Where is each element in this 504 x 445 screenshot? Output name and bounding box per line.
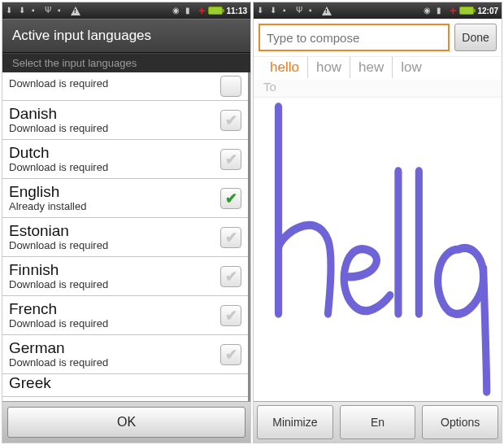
language-row[interactable]: FinnishDownload is required (2, 257, 248, 296)
dialog-subtitle: Select the input languages (2, 53, 250, 72)
suggestion-item[interactable]: hello (262, 57, 308, 78)
language-status: Download is required (9, 123, 108, 134)
status-right: + 12:07 (424, 4, 498, 17)
battery-icon (459, 7, 474, 15)
status-bar: + 11:13 (2, 2, 250, 19)
language-status: Already installed (9, 201, 86, 212)
language-row[interactable]: Greek (2, 374, 248, 397)
language-name: English (9, 184, 86, 201)
status-left (257, 6, 332, 15)
language-name: Greek (9, 375, 51, 392)
language-checkbox[interactable] (220, 188, 241, 209)
plus-icon: + (198, 4, 205, 17)
language-name: Estonian (9, 223, 108, 240)
language-checkbox[interactable] (220, 110, 241, 131)
language-status: Download is required (9, 240, 108, 251)
language-name: Finnish (9, 262, 108, 279)
sd-icon (32, 6, 41, 15)
usb-icon (45, 6, 54, 15)
suggestion-item[interactable]: low (393, 57, 430, 78)
warning-icon (322, 7, 332, 15)
language-row[interactable]: DanishDownload is required (2, 101, 248, 140)
dialog-title: Active input languages (2, 19, 250, 53)
download-icon (257, 6, 267, 15)
battery-icon (208, 7, 223, 15)
language-name: French (9, 301, 108, 318)
suggestion-bar: hellohowhewlow (254, 57, 502, 80)
handwriting-canvas[interactable] (254, 98, 502, 401)
language-checkbox[interactable] (220, 227, 241, 248)
language-checkbox[interactable] (220, 266, 241, 287)
language-name: Danish (9, 106, 108, 123)
to-field-label[interactable]: To (254, 80, 502, 98)
phone-left: + 11:13 Active input languages Select th… (2, 2, 251, 443)
status-time: 11:13 (226, 7, 247, 15)
wifi-icon (424, 6, 433, 15)
signal-icon (437, 6, 446, 15)
status-right: + 11:13 (172, 4, 247, 17)
dialog-footer: OK (2, 401, 250, 443)
language-name: German (9, 340, 108, 357)
language-list[interactable]: Download is requiredDanishDownload is re… (2, 72, 250, 401)
language-row[interactable]: GermanDownload is required (2, 335, 248, 374)
minimize-button[interactable]: Minimize (257, 405, 333, 439)
status-bar: + 12:07 (254, 2, 502, 19)
compose-input[interactable] (259, 24, 450, 51)
keyboard-footer: Minimize En Options (254, 401, 502, 443)
language-status: Download is required (9, 162, 108, 173)
dialog-active-input-languages: Active input languages Select the input … (2, 19, 250, 443)
language-checkbox[interactable] (220, 76, 241, 97)
suggestion-item[interactable]: how (308, 57, 350, 78)
sd-icon (58, 6, 67, 15)
language-row[interactable]: FrenchDownload is required (2, 296, 248, 335)
compose-screen: Done hellohowhewlow To Minimize En Optio… (254, 19, 502, 443)
sd-icon (283, 6, 293, 15)
plus-icon: + (450, 4, 456, 17)
language-checkbox[interactable] (220, 149, 241, 170)
wifi-icon (172, 6, 182, 15)
usb-icon (296, 6, 306, 15)
language-row[interactable]: DutchDownload is required (2, 140, 248, 179)
language-status: Download is required (9, 279, 108, 290)
language-row[interactable]: EnglishAlready installed (2, 179, 248, 218)
language-checkbox[interactable] (220, 344, 241, 365)
status-time: 12:07 (477, 7, 498, 15)
warning-icon (71, 7, 80, 15)
language-status: Download is required (9, 318, 108, 329)
compose-row: Done (254, 19, 502, 57)
suggestion-item[interactable]: hew (350, 57, 393, 78)
phone-right: + 12:07 Done hellohowhewlow To Minimize … (253, 2, 502, 443)
ok-button[interactable]: OK (7, 407, 245, 438)
language-row[interactable]: EstonianDownload is required (2, 218, 248, 257)
language-status: Download is required (9, 357, 108, 369)
language-button[interactable]: En (340, 405, 416, 439)
download-icon (6, 6, 15, 15)
language-row[interactable]: Download is required (2, 72, 248, 101)
language-name: Dutch (9, 145, 108, 162)
language-status: Download is required (9, 78, 108, 89)
done-button[interactable]: Done (454, 24, 497, 51)
language-checkbox[interactable] (220, 305, 241, 326)
status-left (6, 6, 80, 15)
download-icon (270, 6, 280, 15)
signal-icon (185, 6, 195, 15)
sd-icon (309, 6, 319, 15)
download-icon (19, 6, 28, 15)
options-button[interactable]: Options (422, 405, 498, 439)
